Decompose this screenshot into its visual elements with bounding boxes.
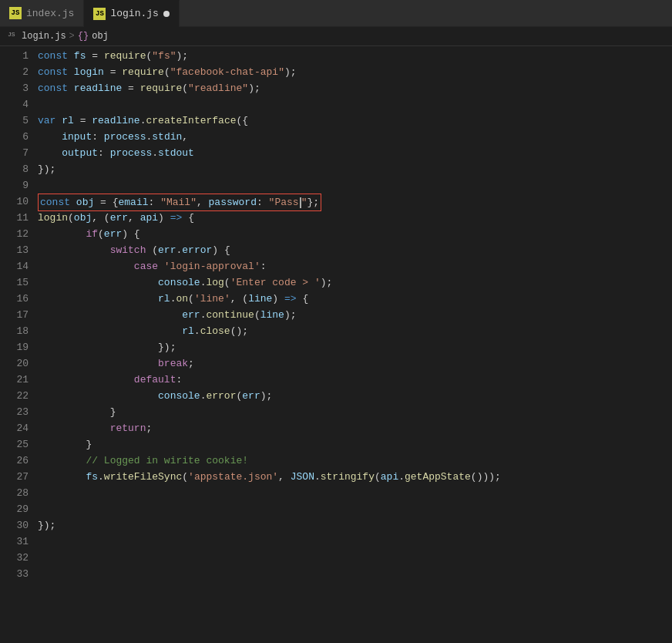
breadcrumb-symbol-icon: {} — [78, 31, 89, 42]
code-line-3: const readline = require("readline"); — [35, 80, 672, 96]
line-numbers: 12345 678910 1112131415 1617181920 21222… — [0, 46, 35, 643]
code-line-17: err.continue(line); — [35, 307, 672, 323]
tab-bar: JS index.js JS login.js — [0, 0, 672, 27]
breadcrumb-symbol: obj — [92, 31, 109, 42]
breadcrumb-file-icon: JS — [8, 31, 18, 42]
code-line-18: rl.close(); — [35, 323, 672, 339]
code-line-21: default: — [35, 372, 672, 388]
code-line-11: login(obj, (err, api) => { — [35, 210, 672, 226]
code-line-1: const fs = require("fs"); — [35, 48, 672, 64]
code-line-29 — [35, 501, 672, 517]
code-line-32 — [35, 550, 672, 566]
tab-index-label: index.js — [26, 8, 74, 19]
code-line-13: switch (err.error) { — [35, 242, 672, 258]
code-line-12: if(err) { — [35, 226, 672, 242]
js-file-icon-2: JS — [93, 8, 106, 20]
code-line-9 — [35, 177, 672, 194]
code-line-33 — [35, 566, 672, 582]
code-line-2: const login = require("facebook-chat-api… — [35, 64, 672, 80]
code-line-30: }); — [35, 517, 672, 534]
code-editor[interactable]: 12345 678910 1112131415 1617181920 21222… — [0, 46, 672, 643]
breadcrumb-sep: > — [69, 31, 75, 42]
code-line-24: return; — [35, 420, 672, 436]
tab-index-js[interactable]: JS index.js — [0, 0, 84, 27]
breadcrumb-file[interactable]: login.js — [22, 31, 66, 42]
code-line-10: const obj = {email: "Mail", password: "P… — [35, 194, 672, 210]
code-line-20: break; — [35, 355, 672, 372]
code-line-7: output: process.stdout — [35, 145, 672, 161]
js-file-icon: JS — [9, 7, 22, 19]
tab-login-label: login.js — [110, 8, 158, 19]
code-line-5: var rl = readline.createInterface({ — [35, 113, 672, 129]
code-content[interactable]: const fs = require("fs"); const login = … — [35, 46, 672, 643]
tab-login-js[interactable]: JS login.js — [84, 0, 179, 27]
code-line-15: console.log('Enter code > '); — [35, 274, 672, 291]
code-line-26: // Logged in wirite cookie! — [35, 453, 672, 469]
code-line-16: rl.on('line', (line) => { — [35, 291, 672, 307]
code-line-14: case 'login-approval': — [35, 258, 672, 274]
code-line-25: } — [35, 436, 672, 453]
code-line-23: } — [35, 404, 672, 420]
code-line-6: input: process.stdin, — [35, 129, 672, 145]
code-line-8: }); — [35, 161, 672, 177]
code-line-22: console.error(err); — [35, 388, 672, 404]
breadcrumb: JS login.js > {} obj — [0, 27, 672, 46]
code-line-31 — [35, 534, 672, 550]
code-line-27: fs.writeFileSync('appstate.json', JSON.s… — [35, 469, 672, 485]
code-line-19: }); — [35, 339, 672, 355]
code-line-28 — [35, 485, 672, 501]
unsaved-dot — [163, 11, 170, 17]
code-line-4 — [35, 96, 672, 113]
